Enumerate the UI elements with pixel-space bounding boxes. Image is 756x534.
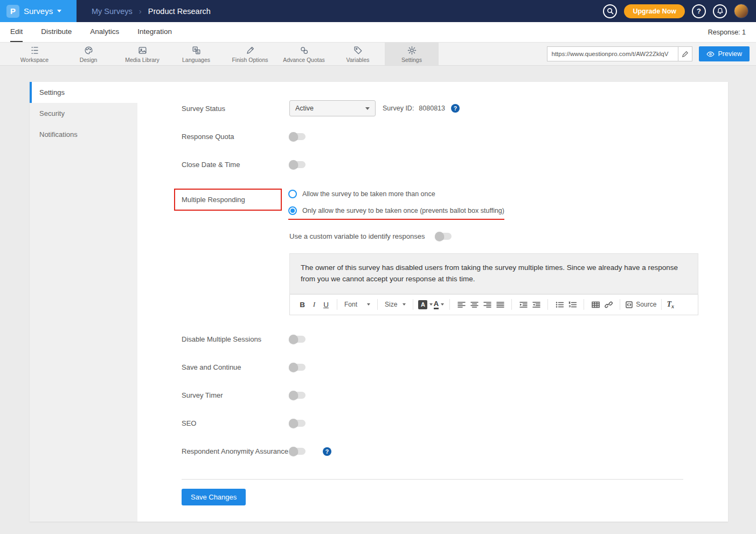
align-justify-button[interactable] <box>494 297 507 311</box>
survey-status-label: Survey Status <box>182 105 289 113</box>
toolbar-separator <box>413 299 413 310</box>
seo-toggle[interactable] <box>289 420 306 427</box>
toolbar-item-media-library[interactable]: Media Library <box>115 43 169 65</box>
radio-more-than-once[interactable] <box>288 190 297 198</box>
align-center-button[interactable] <box>468 297 481 311</box>
custom-variable-label: Use a custom variable to identify respon… <box>289 232 425 240</box>
tab-edit[interactable]: Edit <box>10 22 23 42</box>
workspace-icon <box>30 45 40 56</box>
breadcrumb-separator: › <box>139 6 142 16</box>
toolbar-separator <box>377 299 378 310</box>
brand-menu[interactable]: P Surveys <box>0 0 77 22</box>
align-center-icon <box>470 301 478 308</box>
pencil-icon <box>245 45 255 56</box>
survey-timer-label: Survey Timer <box>182 391 289 399</box>
upgrade-now-button[interactable]: Upgrade Now <box>624 4 685 18</box>
response-count: Response: 1 <box>708 29 746 36</box>
edit-url-button[interactable] <box>678 47 692 61</box>
custom-variable-toggle[interactable] <box>435 233 452 240</box>
tab-distribute[interactable]: Distribute <box>41 22 72 42</box>
link-icon <box>605 301 613 308</box>
bullet-list-button[interactable] <box>553 297 566 311</box>
insert-table-button[interactable] <box>589 297 602 311</box>
text-color-button[interactable]: A <box>433 297 445 311</box>
underline-button[interactable]: U <box>320 297 332 311</box>
indent-increase-icon <box>519 301 528 308</box>
disabled-message-text[interactable]: The owner of this survey has disabled us… <box>289 253 698 294</box>
toolbar-item-settings[interactable]: Settings <box>385 43 439 65</box>
numbered-list-button[interactable] <box>566 297 579 311</box>
notifications-button[interactable] <box>713 4 727 18</box>
multiple-responding-row: Multiple Responding Allow the survey to … <box>182 189 728 228</box>
toolbar-item-variables[interactable]: Variables <box>331 43 385 65</box>
seo-row: SEO <box>182 415 728 432</box>
toolbar-item-workspace[interactable]: Workspace <box>8 43 61 65</box>
toolbar-item-design[interactable]: Design <box>61 43 115 65</box>
user-avatar[interactable] <box>734 4 748 18</box>
anonymity-toggle[interactable] <box>289 448 306 455</box>
sidebar-item-security[interactable]: Security <box>30 103 137 124</box>
source-button[interactable]: Source <box>625 297 656 311</box>
bullet-list-icon <box>556 301 564 308</box>
settings-card: Settings Security Notifications Survey S… <box>30 82 728 522</box>
save-continue-toggle[interactable] <box>289 364 306 371</box>
annotation-red-box: Multiple Responding <box>174 189 282 211</box>
toolbar-separator <box>337 299 337 310</box>
survey-id-value: 8080813 <box>419 105 445 112</box>
save-changes-button[interactable]: Save Changes <box>182 489 246 505</box>
toolbar-separator <box>620 299 620 310</box>
multiple-responding-label: Multiple Responding <box>182 196 245 204</box>
tab-analytics[interactable]: Analytics <box>90 22 119 42</box>
bell-icon <box>717 8 724 15</box>
breadcrumb-my-surveys[interactable]: My Surveys <box>92 7 133 16</box>
toolbar-separator <box>449 299 450 310</box>
bold-button[interactable]: B <box>296 297 308 311</box>
toolbar-separator <box>584 299 584 310</box>
disable-sessions-toggle[interactable] <box>289 336 306 343</box>
align-right-button[interactable] <box>481 297 494 311</box>
save-continue-label: Save and Continue <box>182 363 289 371</box>
survey-url-input[interactable] <box>547 47 678 61</box>
anonymity-help-icon[interactable]: ? <box>323 447 331 456</box>
align-left-button[interactable] <box>455 297 468 311</box>
background-color-button[interactable]: A <box>418 297 433 311</box>
close-date-toggle[interactable] <box>289 161 306 168</box>
survey-status-help-icon[interactable]: ? <box>451 104 460 113</box>
divider <box>182 479 683 480</box>
search-button[interactable] <box>603 4 617 18</box>
toolbar-item-languages[interactable]: Languages <box>169 43 223 65</box>
size-dropdown[interactable]: Size <box>383 301 408 308</box>
align-left-icon <box>457 301 466 308</box>
response-quota-row: Response Quota <box>182 128 728 144</box>
main-content: Settings Security Notifications Survey S… <box>0 66 756 522</box>
chevron-down-icon <box>441 303 444 306</box>
indent-decrease-button[interactable] <box>530 297 543 311</box>
sidebar-item-settings[interactable]: Settings <box>30 82 137 103</box>
response-quota-toggle[interactable] <box>289 133 306 140</box>
chevron-down-icon <box>57 10 61 12</box>
table-icon <box>592 301 600 308</box>
eye-icon <box>706 51 715 57</box>
option-take-more-than-once: Allow the survey to be taken more than o… <box>288 190 504 198</box>
save-continue-row: Save and Continue <box>182 359 728 376</box>
help-button[interactable]: ? <box>692 4 706 18</box>
insert-link-button[interactable] <box>602 297 615 311</box>
survey-status-select[interactable]: Active <box>289 100 376 116</box>
survey-timer-toggle[interactable] <box>289 392 306 399</box>
preview-button[interactable]: Preview <box>699 46 750 61</box>
annotation-red-underline: Only allow the survey to be taken once (… <box>288 206 504 220</box>
font-dropdown[interactable]: Font <box>342 301 372 308</box>
italic-button[interactable]: I <box>308 297 320 311</box>
indent-increase-button[interactable] <box>517 297 530 311</box>
toolbar-separator <box>661 299 662 310</box>
radio-only-once[interactable] <box>288 206 297 215</box>
toolbar-item-finish-options[interactable]: Finish Options <box>223 43 277 65</box>
tab-integration[interactable]: Integration <box>137 22 172 42</box>
sidebar-item-notifications[interactable]: Notifications <box>30 124 137 145</box>
seo-label: SEO <box>182 419 289 427</box>
toolbar-item-advance-quotas[interactable]: Advance Quotas <box>277 43 331 65</box>
questionpro-logo: P <box>6 5 19 18</box>
remove-format-button[interactable]: Tx <box>667 300 674 309</box>
breadcrumb: My Surveys › Product Research <box>92 6 211 16</box>
disabled-message-editor: The owner of this survey has disabled us… <box>289 253 698 315</box>
